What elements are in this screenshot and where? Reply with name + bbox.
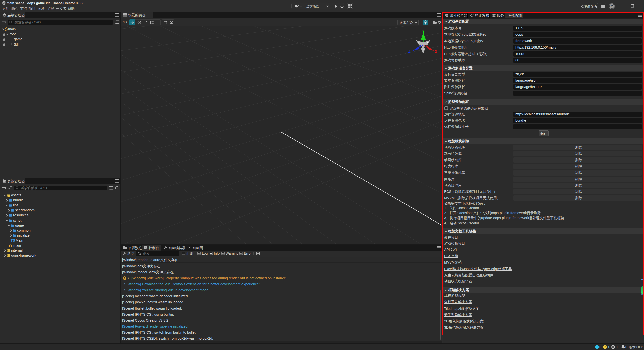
svg-text:?: ? bbox=[611, 4, 613, 8]
svg-text:Y: Y bbox=[422, 29, 425, 33]
svg-text:X: X bbox=[435, 50, 437, 54]
svg-text:Z: Z bbox=[408, 49, 411, 54]
